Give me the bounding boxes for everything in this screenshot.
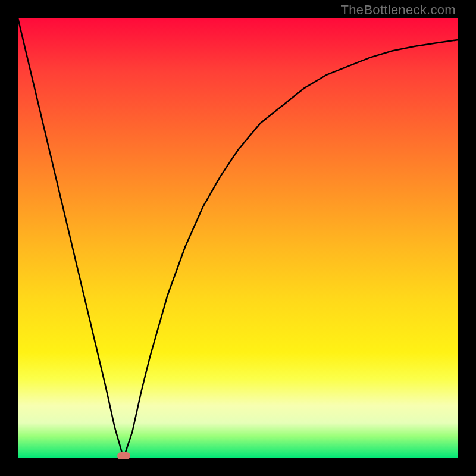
watermark-text: TheBottleneck.com — [341, 2, 456, 18]
chart-container: TheBottleneck.com — [0, 0, 476, 476]
bottleneck-curve — [18, 18, 458, 458]
minimum-marker — [117, 452, 130, 459]
plot-area — [18, 18, 458, 458]
